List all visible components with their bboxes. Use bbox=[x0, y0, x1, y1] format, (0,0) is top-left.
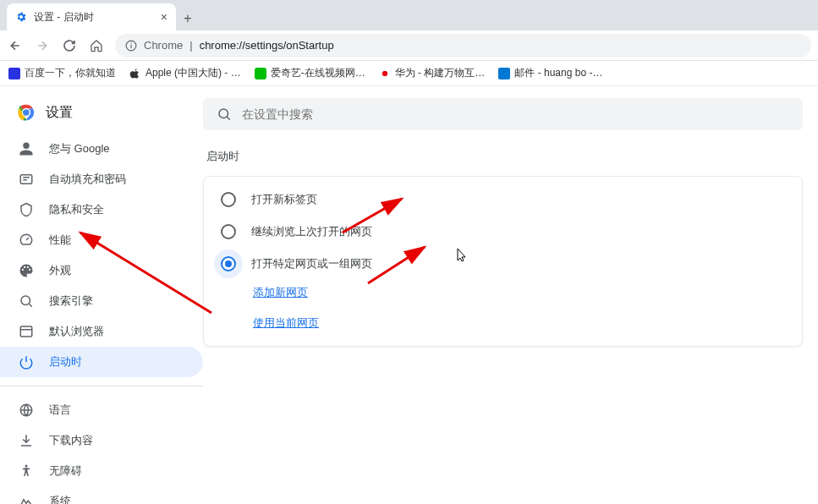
settings-search[interactable] bbox=[203, 98, 803, 130]
person-icon bbox=[19, 141, 34, 156]
sidebar-item-power[interactable]: 启动时 bbox=[0, 347, 203, 377]
chrome-icon bbox=[17, 103, 36, 122]
startup-sublinks: 添加新网页 使用当前网页 bbox=[204, 280, 802, 334]
reload-button[interactable] bbox=[61, 37, 78, 54]
iqiyi-icon bbox=[255, 68, 266, 79]
sidebar-item-palette[interactable]: 外观 bbox=[0, 255, 203, 286]
system-icon bbox=[19, 494, 34, 504]
sidebar-item-globe[interactable]: 语言 bbox=[0, 395, 203, 425]
new-tab-button[interactable]: + bbox=[176, 7, 200, 30]
close-icon[interactable]: × bbox=[161, 10, 167, 24]
bookmark-item[interactable]: Apple (中国大陆) - … bbox=[129, 66, 241, 80]
svg-rect-8 bbox=[20, 326, 32, 337]
sidebar-item-download[interactable]: 下载内容 bbox=[0, 425, 203, 456]
baidu-icon bbox=[8, 68, 20, 79]
url-prefix: Chrome bbox=[144, 39, 183, 52]
sidebar-divider bbox=[0, 386, 203, 386]
bookmark-item[interactable]: 爱奇艺-在线视频网… bbox=[255, 66, 365, 80]
sidebar-item-label: 系统 bbox=[49, 494, 71, 504]
sidebar-item-label: 搜索引擎 bbox=[49, 293, 93, 309]
svg-rect-1 bbox=[130, 44, 131, 47]
sidebar-item-label: 启动时 bbox=[49, 354, 82, 370]
back-button[interactable] bbox=[7, 37, 24, 54]
svg-rect-2 bbox=[130, 42, 131, 43]
settings-main: 启动时 打开新标签页 继续浏览上次打开的网页 打开特定网页或一组网页 添加新网页… bbox=[203, 86, 818, 504]
search-icon bbox=[19, 293, 34, 309]
sidebar-item-accessibility[interactable]: 无障碍 bbox=[0, 456, 203, 486]
power-icon bbox=[19, 354, 34, 370]
add-new-page-link[interactable]: 添加新网页 bbox=[253, 285, 802, 300]
gear-icon bbox=[15, 11, 27, 23]
autofill-icon bbox=[19, 172, 34, 187]
tab-title: 设置 - 启动时 bbox=[34, 10, 94, 25]
huawei-icon bbox=[379, 68, 391, 79]
startup-option-specific[interactable]: 打开特定网页或一组网页 bbox=[204, 248, 802, 280]
sidebar-item-label: 自动填充和密码 bbox=[49, 172, 126, 187]
svg-point-4 bbox=[23, 109, 29, 115]
apple-icon bbox=[129, 68, 141, 79]
sidebar-item-browser[interactable]: 默认浏览器 bbox=[0, 316, 203, 347]
radio-icon bbox=[221, 192, 236, 207]
radio-icon bbox=[221, 224, 236, 239]
shield-icon bbox=[19, 202, 34, 217]
bookmark-item[interactable]: 百度一下，你就知道 bbox=[8, 66, 116, 80]
tab-bar: 设置 - 启动时 × + bbox=[0, 0, 818, 30]
sidebar-item-label: 语言 bbox=[49, 403, 71, 418]
bookmark-item[interactable]: 邮件 - huang bo -… bbox=[498, 66, 602, 80]
settings-title: 设置 bbox=[46, 104, 73, 122]
svg-point-13 bbox=[219, 109, 228, 118]
speed-icon bbox=[19, 233, 34, 248]
bookmarks-bar: 百度一下，你就知道 Apple (中国大陆) - … 爱奇艺-在线视频网… 华为… bbox=[0, 61, 818, 86]
site-info-icon bbox=[125, 40, 137, 52]
startup-option-continue[interactable]: 继续浏览上次打开的网页 bbox=[204, 216, 802, 248]
palette-icon bbox=[19, 263, 34, 278]
sidebar-item-label: 下载内容 bbox=[49, 433, 93, 448]
accessibility-icon bbox=[19, 463, 34, 479]
address-bar[interactable]: Chrome | chrome://settings/onStartup bbox=[115, 34, 811, 58]
forward-button[interactable] bbox=[34, 37, 51, 54]
settings-content: 设置 您与 Google自动填充和密码隐私和安全性能外观搜索引擎默认浏览器启动时… bbox=[0, 86, 818, 504]
sidebar-item-label: 性能 bbox=[49, 233, 71, 248]
sidebar-item-speed[interactable]: 性能 bbox=[0, 225, 203, 255]
radio-checked-icon bbox=[221, 256, 236, 271]
sidebar-item-system[interactable]: 系统 bbox=[0, 486, 203, 504]
startup-card: 打开新标签页 继续浏览上次打开的网页 打开特定网页或一组网页 添加新网页 使用当… bbox=[203, 176, 803, 347]
svg-point-10 bbox=[25, 465, 28, 468]
search-input[interactable] bbox=[242, 107, 789, 121]
sidebar-item-label: 无障碍 bbox=[49, 463, 82, 479]
bookmark-item[interactable]: 华为 - 构建万物互… bbox=[379, 66, 486, 80]
sidebar-item-autofill[interactable]: 自动填充和密码 bbox=[0, 164, 203, 194]
globe-icon bbox=[19, 403, 34, 418]
sidebar-item-person[interactable]: 您与 Google bbox=[0, 134, 203, 164]
sidebar-item-label: 隐私和安全 bbox=[49, 202, 104, 217]
use-current-pages-link[interactable]: 使用当前网页 bbox=[253, 315, 802, 331]
search-icon bbox=[217, 107, 232, 122]
home-button[interactable] bbox=[88, 37, 105, 54]
svg-point-7 bbox=[21, 296, 30, 305]
browser-icon bbox=[19, 324, 34, 339]
browser-toolbar: Chrome | chrome://settings/onStartup bbox=[0, 30, 818, 61]
sidebar-item-shield[interactable]: 隐私和安全 bbox=[0, 194, 203, 225]
sidebar-item-search[interactable]: 搜索引擎 bbox=[0, 286, 203, 316]
browser-tab[interactable]: 设置 - 启动时 × bbox=[7, 3, 176, 30]
outlook-icon bbox=[498, 68, 510, 79]
settings-header: 设置 bbox=[0, 98, 203, 134]
sidebar-item-label: 默认浏览器 bbox=[49, 324, 104, 339]
startup-option-newtab[interactable]: 打开新标签页 bbox=[204, 184, 802, 216]
sidebar-item-label: 外观 bbox=[49, 263, 71, 278]
settings-sidebar: 设置 您与 Google自动填充和密码隐私和安全性能外观搜索引擎默认浏览器启动时… bbox=[0, 86, 203, 504]
url-text: chrome://settings/onStartup bbox=[200, 39, 334, 52]
download-icon bbox=[19, 433, 34, 448]
section-title: 启动时 bbox=[203, 149, 803, 164]
sidebar-item-label: 您与 Google bbox=[49, 141, 110, 156]
